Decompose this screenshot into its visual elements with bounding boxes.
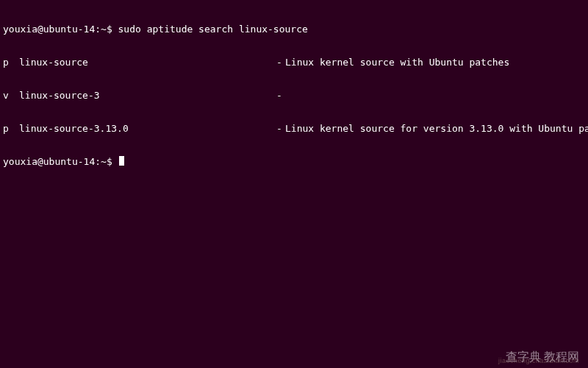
prompt-line: youxia@ubuntu-14:~$ — [3, 156, 585, 167]
result-package: linux-source-3 — [19, 90, 276, 101]
prompt-path: ~ — [101, 156, 107, 167]
command-text: sudo aptitude search linux-source — [118, 24, 308, 35]
result-status: p — [3, 123, 19, 134]
prompt-colon: : — [95, 24, 101, 35]
prompt-colon: : — [95, 156, 101, 167]
prompt-space — [112, 24, 118, 35]
result-separator: - — [276, 123, 285, 134]
prompt-path: ~ — [101, 24, 107, 35]
result-description: Linux kernel source with Ubuntu patches — [285, 57, 585, 68]
cursor-icon — [119, 156, 124, 166]
prompt-symbol: $ — [107, 24, 112, 35]
terminal-window[interactable]: youxia@ubuntu-14:~$ sudo aptitude search… — [0, 0, 588, 180]
result-package: linux-source-3.13.0 — [19, 123, 276, 134]
result-status: p — [3, 57, 19, 68]
result-description: Linux kernel source for version 3.13.0 w… — [285, 123, 588, 134]
result-row: plinux-source-3.13.0-Linux kernel source… — [3, 123, 585, 134]
watermark-url: jiaocheng.chazidian.com — [498, 355, 579, 367]
prompt-space — [112, 156, 118, 167]
prompt-user-host: youxia@ubuntu-14 — [3, 24, 95, 35]
result-row: plinux-source-Linux kernel source with U… — [3, 57, 585, 68]
result-description — [285, 90, 585, 101]
result-package: linux-source — [19, 57, 276, 68]
result-separator: - — [276, 57, 285, 68]
prompt-symbol: $ — [107, 156, 112, 167]
result-separator: - — [276, 90, 285, 101]
command-line: youxia@ubuntu-14:~$ sudo aptitude search… — [3, 24, 585, 35]
result-status: v — [3, 90, 19, 101]
prompt-user-host: youxia@ubuntu-14 — [3, 156, 95, 167]
result-row: vlinux-source-3- — [3, 90, 585, 101]
